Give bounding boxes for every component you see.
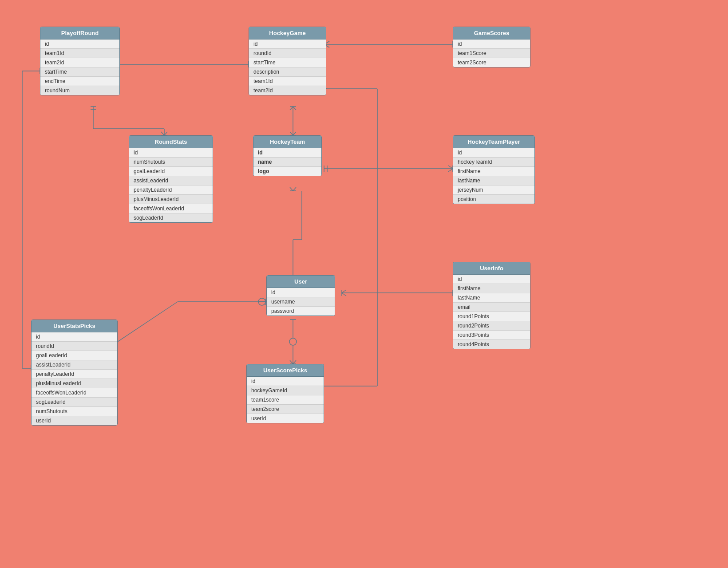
table-row: numShutouts bbox=[129, 158, 213, 167]
table-row: plusMinusLeaderId bbox=[129, 195, 213, 204]
table-row: id bbox=[267, 288, 335, 297]
svg-line-32 bbox=[448, 166, 453, 169]
hockey-team-table: HockeyTeam id name logo bbox=[253, 135, 322, 176]
table-row: penaltyLeaderId bbox=[32, 370, 117, 379]
table-row: roundId bbox=[32, 342, 117, 351]
table-row: team1Id bbox=[40, 49, 119, 58]
table-row: round2Points bbox=[453, 321, 530, 331]
user-header: User bbox=[267, 276, 335, 288]
svg-line-43 bbox=[342, 293, 346, 296]
table-row: team1score bbox=[247, 395, 324, 405]
table-row: userId bbox=[32, 416, 117, 425]
table-row: password bbox=[267, 307, 335, 316]
svg-line-51 bbox=[290, 360, 293, 364]
table-row: id bbox=[249, 39, 326, 49]
table-row: team1Id bbox=[249, 77, 326, 86]
hockey-team-player-table: HockeyTeamPlayer id hockeyTeamId firstNa… bbox=[453, 135, 535, 204]
svg-line-54 bbox=[111, 302, 178, 346]
table-row: userId bbox=[247, 414, 324, 423]
svg-line-18 bbox=[164, 132, 167, 135]
table-row: description bbox=[249, 67, 326, 77]
user-info-table: UserInfo id firstName lastName email rou… bbox=[453, 262, 530, 349]
svg-point-55 bbox=[258, 298, 265, 305]
svg-line-27 bbox=[293, 106, 296, 110]
table-row: team1Score bbox=[453, 49, 530, 58]
svg-line-52 bbox=[293, 360, 296, 364]
table-row: faceoffsWonLeaderId bbox=[32, 388, 117, 398]
table-row: round1Points bbox=[453, 312, 530, 321]
table-row: id bbox=[40, 39, 119, 49]
table-row: roundNum bbox=[40, 86, 119, 95]
user-info-header: UserInfo bbox=[453, 262, 530, 275]
table-row: startTime bbox=[40, 67, 119, 77]
table-row: lastName bbox=[453, 293, 530, 303]
table-row: round4Points bbox=[453, 340, 530, 349]
playoff-round-table: PlayoffRound id team1Id team2Id startTim… bbox=[40, 27, 120, 95]
svg-point-46 bbox=[289, 338, 297, 345]
user-stats-picks-header: UserStatsPicks bbox=[32, 320, 117, 332]
table-row: startTime bbox=[249, 58, 326, 67]
table-row: goalLeaderId bbox=[32, 351, 117, 360]
hockey-team-player-header: HockeyTeamPlayer bbox=[453, 136, 534, 148]
table-row: endTime bbox=[40, 77, 119, 86]
table-row: round3Points bbox=[453, 331, 530, 340]
table-row: logo bbox=[253, 167, 321, 176]
table-row: name bbox=[253, 158, 321, 167]
table-row: hockeyTeamId bbox=[453, 158, 534, 167]
table-row: team2Id bbox=[40, 58, 119, 67]
table-row: firstName bbox=[453, 284, 530, 293]
svg-line-39 bbox=[293, 187, 296, 191]
table-row: id bbox=[247, 377, 324, 386]
table-row: id bbox=[253, 148, 321, 158]
game-scores-header: GameScores bbox=[453, 27, 530, 39]
table-row: roundId bbox=[249, 49, 326, 58]
diagram-container: PlayoffRound id team1Id team2Id startTim… bbox=[0, 0, 728, 568]
table-row: assistLeaderId bbox=[32, 360, 117, 370]
svg-line-33 bbox=[448, 169, 453, 172]
table-row: id bbox=[32, 332, 117, 342]
table-row: plusMinusLeaderId bbox=[32, 379, 117, 388]
table-row: id bbox=[453, 148, 534, 158]
table-row: id bbox=[453, 39, 530, 49]
user-stats-picks-table: UserStatsPicks id roundId goalLeaderId a… bbox=[31, 320, 118, 426]
svg-line-23 bbox=[290, 132, 293, 135]
table-row: lastName bbox=[453, 176, 534, 185]
table-row: position bbox=[453, 195, 534, 204]
round-stats-table: RoundStats id numShutouts goalLeaderId a… bbox=[129, 135, 213, 223]
table-row: penaltyLeaderId bbox=[129, 185, 213, 195]
table-row: id bbox=[453, 275, 530, 284]
svg-line-26 bbox=[290, 106, 293, 110]
table-row: assistLeaderId bbox=[129, 176, 213, 185]
table-row: numShutouts bbox=[32, 407, 117, 416]
table-row: firstName bbox=[453, 167, 534, 176]
round-stats-header: RoundStats bbox=[129, 136, 213, 148]
svg-line-24 bbox=[293, 132, 296, 135]
user-score-picks-table: UserScorePicks id hockeyGameId team1scor… bbox=[246, 364, 324, 423]
svg-line-17 bbox=[161, 132, 164, 135]
table-row: team2score bbox=[247, 405, 324, 414]
table-row: team2Score bbox=[453, 58, 530, 67]
table-row: sogLeaderId bbox=[32, 398, 117, 407]
table-row: id bbox=[129, 148, 213, 158]
hockey-game-header: HockeyGame bbox=[249, 27, 326, 39]
table-row: username bbox=[267, 297, 335, 307]
table-row: jerseyNum bbox=[453, 185, 534, 195]
hockey-team-header: HockeyTeam bbox=[253, 136, 321, 148]
table-row: faceoffsWonLeaderId bbox=[129, 204, 213, 213]
table-row: team2Id bbox=[249, 86, 326, 95]
user-table: User id username password bbox=[266, 275, 335, 316]
svg-line-38 bbox=[290, 187, 293, 191]
table-row: email bbox=[453, 303, 530, 312]
playoff-round-header: PlayoffRound bbox=[40, 27, 119, 39]
hockey-game-table: HockeyGame id roundId startTime descript… bbox=[249, 27, 326, 95]
table-row: sogLeaderId bbox=[129, 213, 213, 222]
game-scores-table: GameScores id team1Score team2Score bbox=[453, 27, 530, 67]
svg-line-42 bbox=[342, 290, 346, 293]
table-row: goalLeaderId bbox=[129, 167, 213, 176]
table-row: hockeyGameId bbox=[247, 386, 324, 395]
user-score-picks-header: UserScorePicks bbox=[247, 364, 324, 377]
